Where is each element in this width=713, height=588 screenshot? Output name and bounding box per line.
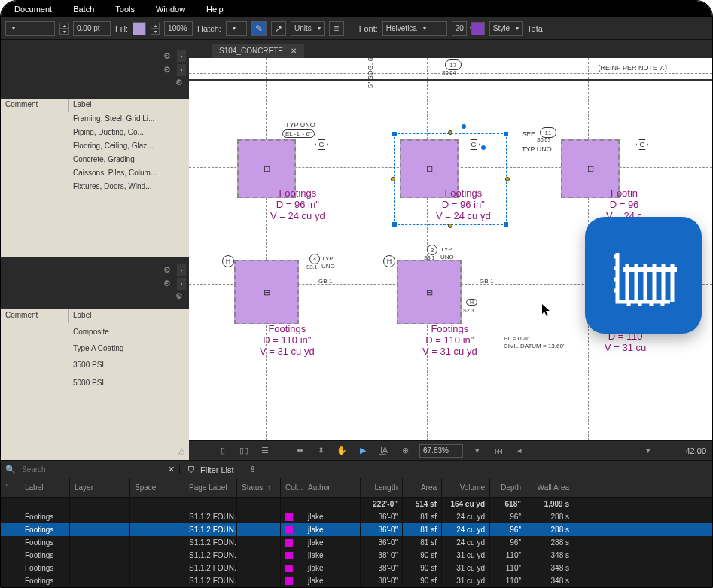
gear-icon[interactable]: ⚙ [163,265,174,276]
table-row[interactable]: Footings S1.1.2 FOUN... jlake 38'-0" 90 … [1,549,712,562]
col-volume[interactable]: Volume [442,478,490,497]
panel-row[interactable]: Composite [1,323,189,341]
ref-4b: S3.1 [306,264,317,270]
table-row[interactable]: Footings S1.1.2 FOUN... jlake 38'-0" 90 … [1,574,712,587]
col-length[interactable]: Length [361,478,403,497]
col-area[interactable]: Area [403,478,442,497]
single-page-icon[interactable]: ▯ [216,444,230,458]
panel-row[interactable]: Type A Coating [1,341,189,356]
fill-swatch[interactable] [133,22,146,35]
panel-row[interactable]: Framing, Steel, Grid Li... [1,112,189,126]
table-row[interactable]: Footings S1.1.2 FOUN... jlake 36'-0" 81 … [1,523,712,536]
col-author[interactable]: Author [303,478,361,497]
search-icon: 🔍 [5,465,16,474]
tab-s104-concrete[interactable]: S104_CONCRETE ✕ [212,44,304,58]
search-input[interactable] [20,465,163,474]
menu-window[interactable]: Window [156,5,185,14]
col-page-label[interactable]: Page Label [184,478,237,497]
zoom-icon[interactable]: ⊕ [398,444,412,458]
filter-list-button[interactable]: ⛉ Filter List [180,465,242,474]
chevron-right-icon[interactable]: › [177,278,186,290]
spinner[interactable]: ▴▾ [59,21,69,36]
first-page-icon[interactable]: ⏮ [492,444,505,458]
menu-bar: Document Batch Tools Window Help [1,1,712,17]
table-row[interactable]: Footings S1.1.2 FOUN... jlake 36'-0" 81 … [1,536,712,549]
font-dropdown[interactable]: Helvetica [382,21,447,36]
gb1-label: GB-1 [480,278,494,285]
menu-tools[interactable]: Tools [115,5,135,14]
table-row[interactable]: Footings S1.1.2 FOUN... jlake 36'-0" 81 … [1,510,712,523]
next-dropdown-icon[interactable]: ▾ [641,444,655,458]
note-reinf: (REINF PER NOTE 7.) [598,64,667,72]
close-icon[interactable]: ✕ [291,47,297,55]
el-label: EL -1' - 6" [282,129,315,138]
filter-icon: ⛉ [187,465,196,474]
footing-label: FootingsD = 110 in"V = 31 cu yd [422,323,477,357]
footing[interactable]: ⊟ [397,260,462,324]
chevron-right-icon[interactable]: › [177,64,186,76]
panel-row[interactable]: 5000 PSI [1,374,189,392]
gear-icon[interactable]: ⚙ [175,291,186,302]
panel-row[interactable]: 3500 PSI [1,356,189,374]
menu-batch[interactable]: Batch [73,5,94,14]
panel1-header: CommentLabel [1,99,189,112]
col-status[interactable]: Status ↑↓ [237,478,281,497]
col-space[interactable]: Space [130,478,184,497]
col-label[interactable]: Label [20,478,70,497]
pan-icon[interactable]: ✋ [335,444,349,458]
panel-row[interactable]: Piping, Ducting, Co... [1,126,189,139]
panel-row[interactable]: Fixtures, Doors, Wind... [1,180,189,193]
hatch-dropdown[interactable] [226,21,247,36]
datum-civil: CIVIL DATUM = 13.60' [504,343,564,349]
status-value: 42.00 [685,446,706,455]
footing[interactable]: ⊟ [234,260,299,324]
color-chip [285,577,293,585]
align-icon[interactable]: ≡ [329,21,344,36]
font-color-swatch[interactable] [471,22,485,35]
zoom-input[interactable] [419,444,463,458]
panel2-body: Composite Type A Coating 3500 PSI 5000 P… [1,323,189,460]
ref-4: 4 [309,254,320,264]
col-depth[interactable]: Depth [490,478,526,497]
export-icon[interactable]: ⇪ [242,465,264,474]
chevron-right-icon[interactable]: › [177,264,186,276]
zoom-dropdown-icon[interactable]: ▾ [471,444,484,458]
style-dropdown[interactable]: Style [489,21,523,36]
fit-page-icon[interactable]: ⬍ [314,444,328,458]
prev-page-icon[interactable]: ◂ [513,444,526,458]
col-layer[interactable]: Layer [70,478,130,497]
panel-row[interactable]: Caissons, Piles, Colum... [1,166,189,180]
opacity-input[interactable] [164,21,193,36]
select-icon[interactable]: ▶ [356,444,370,458]
triangle-icon[interactable]: △ [175,444,188,458]
continuous-icon[interactable]: ☰ [258,444,272,458]
cursor-icon [541,303,552,317]
table-summary-row: 222'-0" 514 sf 164 cu yd 618" 1,909 s [1,498,712,510]
font-size-dropdown[interactable]: 20 [452,21,467,36]
scale-dropdown[interactable] [5,21,55,36]
menu-help[interactable]: Help [206,5,224,14]
table-row[interactable]: Footings S1.1.2 FOUN... jlake 38'-0" 90 … [1,562,712,574]
stroke-width-input[interactable] [73,21,111,36]
highlight-icon[interactable]: ✎ [251,21,267,36]
two-page-icon[interactable]: ▯▯ [237,444,251,458]
fit-width-icon[interactable]: ⬌ [293,444,306,458]
col-wall-area[interactable]: Wall Area [526,478,574,497]
chevron-right-icon[interactable]: › [177,50,186,62]
gear-icon[interactable]: ⚙ [163,279,174,289]
gear-icon[interactable]: ⚙ [163,65,174,75]
col-color[interactable]: Col... [281,478,303,497]
panel-row[interactable]: Flooring, Ceiling, Glaz... [1,139,189,153]
note-sog: 5" SOG. 6" SOG [367,58,374,88]
panel2-header: CommentLabel [1,309,189,323]
gear-icon[interactable]: ⚙ [175,78,186,88]
gear-icon[interactable]: ⚙ [163,51,174,62]
clear-search-icon[interactable]: ✕ [168,465,175,474]
units-dropdown[interactable]: Units [291,21,325,36]
opacity-spinner[interactable]: ▴▾ [151,21,160,36]
panel-row[interactable]: Concrete, Grading [1,153,189,166]
col-expand[interactable]: ˅ [1,478,20,497]
text-select-icon[interactable]: I͟A [377,444,391,458]
menu-document[interactable]: Document [14,5,52,14]
arrow-type-icon[interactable]: ↗ [271,21,286,36]
